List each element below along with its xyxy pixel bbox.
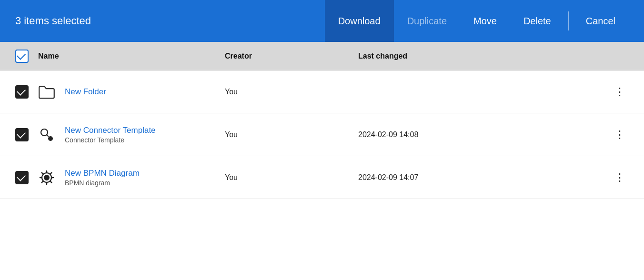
row-name-col: New Connector TemplateConnector Template <box>15 126 225 144</box>
row-more-button[interactable]: ⋮ <box>611 170 629 186</box>
item-name-link[interactable]: New Folder <box>65 87 106 97</box>
row-name-col: New BPMN DiagramBPMN diagram <box>15 169 225 187</box>
table-header: Name Creator Last changed <box>0 42 644 70</box>
connector-icon <box>38 126 55 143</box>
row-checkbox[interactable] <box>15 85 29 99</box>
move-button[interactable]: Move <box>460 0 510 42</box>
action-bar: 3 items selected Download Duplicate Move… <box>0 0 644 42</box>
name-col-label: Name <box>38 52 59 60</box>
table-row: New BPMN DiagramBPMN diagramYou2024-02-0… <box>0 156 644 199</box>
row-creator: You <box>225 173 358 182</box>
delete-button[interactable]: Delete <box>510 0 564 42</box>
row-creator: You <box>225 88 358 96</box>
row-last-changed: 2024-02-09 14:07 <box>358 173 600 182</box>
select-all-checkbox[interactable] <box>15 50 29 63</box>
action-divider <box>568 11 569 30</box>
item-name-link[interactable]: New BPMN Diagram <box>65 169 140 178</box>
row-name-col: New Folder <box>15 83 225 100</box>
row-checkbox[interactable] <box>15 128 29 141</box>
table-row: New FolderYou⋮ <box>0 70 644 113</box>
svg-line-2 <box>47 135 49 137</box>
row-more-button[interactable]: ⋮ <box>611 127 629 143</box>
last-changed-col-header: Last changed <box>358 52 629 60</box>
table-body: New FolderYou⋮ New Connector TemplateCon… <box>0 70 644 199</box>
svg-point-0 <box>41 129 48 136</box>
row-more-button[interactable]: ⋮ <box>611 84 629 100</box>
item-subtype: Connector Template <box>65 136 156 144</box>
row-last-changed: 2024-02-09 14:08 <box>358 130 600 139</box>
row-checkbox[interactable] <box>15 171 29 184</box>
svg-point-1 <box>48 136 53 141</box>
col-name-header: Name <box>15 50 225 63</box>
selection-count: 3 items selected <box>15 15 325 27</box>
cancel-button[interactable]: Cancel <box>573 0 629 42</box>
folder-icon <box>38 83 55 100</box>
bpmn-gear-icon <box>38 169 55 186</box>
item-subtype: BPMN diagram <box>65 179 140 187</box>
download-button[interactable]: Download <box>325 0 394 42</box>
creator-col-header: Creator <box>225 52 358 60</box>
row-creator: You <box>225 130 358 139</box>
item-name-link[interactable]: New Connector Template <box>65 126 156 135</box>
table-row: New Connector TemplateConnector Template… <box>0 113 644 156</box>
duplicate-button[interactable]: Duplicate <box>394 0 460 42</box>
